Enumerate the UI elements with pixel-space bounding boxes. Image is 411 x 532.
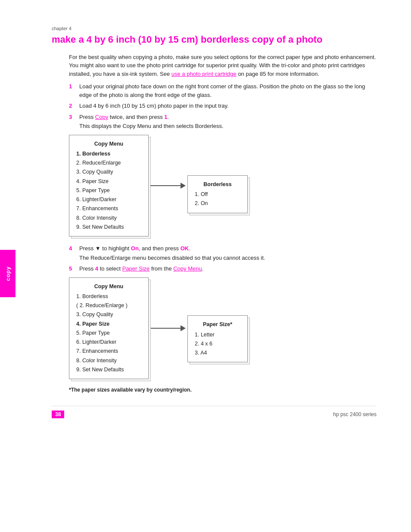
menu2-item-3: 3. Copy Quality [76, 310, 141, 319]
diagram-1: Copy Menu 1. Borderless 2. Reduce/Enlarg… [69, 135, 377, 237]
submenu-box-1: Borderless 1. Off 2. On [187, 175, 248, 213]
step-3-content: Press Copy twice, and then press 1. This… [79, 113, 377, 131]
menu1-item-3: 3. Copy Quality [76, 168, 141, 177]
step-4-content: Press ▼ to highlight On, and then press … [79, 244, 377, 262]
step-1-num: 1 [69, 82, 79, 99]
connector-line-1 [150, 185, 181, 186]
steps-list: 1 Load your original photo face down on … [69, 82, 377, 131]
menu1-item-2: 2. Reduce/Enlarge [76, 159, 141, 168]
step-4-num: 4 [69, 244, 79, 262]
menu1-item-4: 4. Paper Size [76, 177, 141, 186]
menu2-item-6: 6. Lighter/Darker [76, 338, 141, 347]
connector-2 [150, 325, 186, 331]
submenu-box-1-wrapper: Borderless 1. Off 2. On [187, 175, 248, 213]
page-number: 38 [52, 411, 64, 418]
step-2-num: 2 [69, 102, 79, 110]
menu-box-1: Copy Menu 1. Borderless 2. Reduce/Enlarg… [69, 135, 149, 237]
chapter-label: chapter 4 [52, 26, 377, 31]
diagram-2: Copy Menu 1. Borderless ( 2. Reduce/Enla… [69, 277, 377, 380]
submenu2-item-1: 1. Letter [195, 330, 240, 339]
submenu-box-2-wrapper: Paper Size* 1. Letter 2. 4 x 6 3. A4 [187, 315, 248, 362]
side-tab-label: copy [5, 266, 11, 281]
menu-box-1-wrapper: Copy Menu 1. Borderless 2. Reduce/Enlarg… [69, 135, 149, 237]
menu2-item-8: 8. Color Intensity [76, 356, 141, 365]
step-5-content: Press 4 to select Paper Size from the Co… [79, 264, 377, 273]
arrow-1 [181, 183, 186, 189]
step-4-link1: On [131, 245, 139, 252]
menu1-item-5: 5. Paper Type [76, 186, 141, 195]
footer-brand: hp psc 2400 series [333, 411, 377, 417]
connector-line-2 [150, 328, 181, 329]
step-4: 4 Press ▼ to highlight On, and then pres… [69, 244, 377, 262]
menu2-item-4: 4. Paper Size [76, 320, 141, 329]
step-4-sub: The Reduce/Enlarge menu becomes disabled… [79, 254, 377, 262]
step-1-content: Load your original photo face down on th… [79, 82, 377, 99]
page-footer: 38 hp psc 2400 series [52, 406, 377, 418]
submenu2-item-3: 3. A4 [195, 348, 240, 358]
step-3-num: 3 [69, 113, 79, 131]
step-5-num: 5 [69, 264, 79, 273]
submenu2-item-2: 2. 4 x 6 [195, 339, 240, 348]
menu1-item-8: 8. Color Intensity [76, 214, 141, 223]
intro-link[interactable]: use a photo print cartridge [171, 71, 237, 77]
step-3: 3 Press Copy twice, and then press 1. Th… [69, 113, 377, 131]
step-5: 5 Press 4 to select Paper Size from the … [69, 264, 377, 273]
step-5-link3: Copy Menu [173, 265, 202, 272]
step-3-sub: This displays the Copy Menu and then sel… [79, 122, 377, 131]
intro-paragraph: For the best quality when copying a phot… [69, 53, 377, 78]
menu-box-2-wrapper: Copy Menu 1. Borderless ( 2. Reduce/Enla… [69, 277, 149, 380]
menu2-item-2: ( 2. Reduce/Enlarge ) [76, 301, 141, 310]
submenu2-title: Paper Size* [195, 320, 240, 329]
menu2-item-9: 9. Set New Defaults [76, 365, 141, 374]
step-1: 1 Load your original photo face down on … [69, 82, 377, 99]
connector-1 [150, 183, 186, 189]
menu1-item-7: 7. Enhancements [76, 204, 141, 213]
step-4-link2: OK [181, 245, 189, 252]
step-3-link2: 1 [164, 114, 167, 120]
menu1-item-6: 6. Lighter/Darker [76, 195, 141, 204]
submenu1-item-1: 1. Off [195, 190, 240, 199]
submenu1-title: Borderless [195, 180, 240, 189]
page-title: make a 4 by 6 inch (10 by 15 cm) borderl… [52, 34, 377, 46]
menu1-item-9: 9. Set New Defaults [76, 223, 141, 232]
step-2: 2 Load 4 by 6 inch (10 by 15 cm) photo p… [69, 102, 377, 110]
menu2-item-1: 1. Borderless [76, 292, 141, 301]
side-tab: copy [0, 250, 16, 297]
menu1-item-1: 1. Borderless [76, 149, 141, 159]
arrow-2 [181, 325, 186, 331]
menu1-title: Copy Menu [76, 140, 141, 149]
menu2-item-7: 7. Enhancements [76, 347, 141, 356]
submenu1-item-2: 2. On [195, 199, 240, 208]
step-2-content: Load 4 by 6 inch (10 by 15 cm) photo pap… [79, 102, 377, 110]
step-5-link2: Paper Size [122, 265, 150, 272]
steps-4-5: 4 Press ▼ to highlight On, and then pres… [69, 244, 377, 273]
menu2-title: Copy Menu [76, 282, 141, 291]
step-5-link1: 4 [95, 265, 98, 272]
submenu-box-2: Paper Size* 1. Letter 2. 4 x 6 3. A4 [187, 315, 248, 362]
menu2-item-5: 5. Paper Type [76, 329, 141, 338]
footnote: *The paper sizes available vary by count… [69, 387, 377, 393]
step-3-link1: Copy [95, 114, 108, 120]
menu-box-2: Copy Menu 1. Borderless ( 2. Reduce/Enla… [69, 277, 149, 380]
